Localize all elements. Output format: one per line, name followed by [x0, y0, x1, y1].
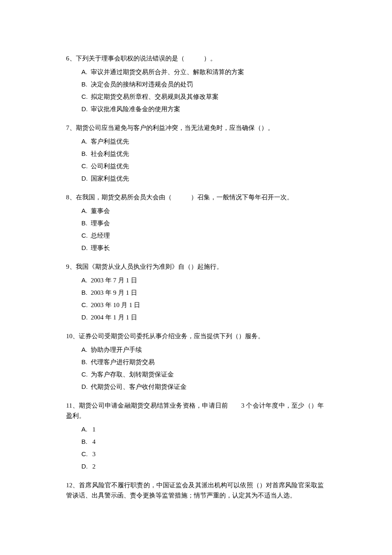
question-12: 12、首席风险官不履行职责的，中国证监会及其派出机构可以依照（）对首席风险官采取…	[66, 480, 324, 500]
question-6: 6、下列关于理事会职权的说法错误的是（ ）。A.审议并通过期货交易所合并、分立、…	[66, 53, 324, 114]
option-item: A.董事会	[81, 206, 324, 216]
option-letter: B.	[81, 218, 89, 228]
option-item: A.客户利益优先	[81, 136, 324, 147]
option-letter: B.	[81, 149, 89, 159]
option-letter: A.	[81, 345, 89, 355]
option-text: 1	[91, 426, 95, 433]
options-list: A.协助办理开户手续B.代理客户进行期货交易C.为客户存取、划转期货保证金D.代…	[66, 345, 324, 392]
option-text: 理事长	[91, 244, 110, 251]
question-stem: 12、首席风险官不履行职责的，中国证监会及其派出机构可以依照（）对首席风险官采取…	[66, 480, 324, 500]
option-item: A.协助办理开户手续	[81, 345, 324, 355]
option-letter: A.	[81, 67, 89, 77]
option-letter: A.	[81, 424, 89, 434]
option-letter: C.	[81, 161, 89, 171]
option-text: 国家利益优先	[91, 175, 129, 182]
option-letter: B.	[81, 79, 89, 89]
option-item: D. 2	[81, 461, 324, 472]
options-list: A. 1B. 4C. 3D. 2	[66, 424, 324, 472]
options-list: A.客户利益优先B.社会利益优先C.公司利益优先D.国家利益优先	[66, 136, 324, 184]
option-text: 决定会员的接纳和对违规会员的处罚	[91, 81, 193, 88]
option-letter: D.	[81, 243, 89, 253]
option-letter: D.	[81, 104, 89, 114]
option-text: 审议批准风险准备金的使用方案	[91, 106, 180, 112]
question-stem: 8、在我国，期货交易所会员大会由（ ）召集，一般情况下每年召开一次。	[66, 192, 324, 202]
option-item: D.2004 年 1 月 1 日	[81, 312, 324, 322]
option-text: 公司利益优先	[91, 163, 129, 170]
option-item: C.公司利益优先	[81, 161, 324, 171]
option-item: B.决定会员的接纳和对违规会员的处罚	[81, 79, 324, 89]
option-letter: C.	[81, 92, 89, 102]
option-item: D.审议批准风险准备金的使用方案	[81, 104, 324, 114]
option-text: 3	[91, 451, 95, 457]
option-letter: D.	[81, 312, 89, 322]
question-7: 7、期货公司应当避免与客户的利益冲突，当无法避免时，应当确保（）。A.客户利益优…	[66, 123, 324, 184]
option-item: C.拟定期货交易所章程、交易规则及其修改草案	[81, 92, 324, 102]
question-stem: 10、证券公司受期货公司委托从事介绍业务，应当提供下列（）服务。	[66, 331, 324, 341]
option-item: D.理事长	[81, 243, 324, 253]
option-text: 拟定期货交易所章程、交易规则及其修改草案	[91, 93, 219, 100]
option-letter: B.	[81, 357, 89, 367]
option-letter: C.	[81, 300, 89, 310]
options-list: A.审议并通过期货交易所合并、分立、解散和清算的方案B.决定会员的接纳和对违规会…	[66, 67, 324, 114]
option-letter: D.	[81, 382, 89, 392]
options-list: A.2003 年 7 月 1 日B.2003 年 9 月 1 日C.2003 年…	[66, 275, 324, 322]
option-text: 客户利益优先	[91, 138, 129, 145]
option-text: 总经理	[91, 232, 110, 239]
option-letter: B.	[81, 288, 89, 298]
option-letter: D.	[81, 461, 89, 472]
option-letter: C.	[81, 230, 89, 241]
option-text: 代期货公司、客户收付期货保证金	[91, 383, 187, 390]
option-item: A. 1	[81, 424, 324, 434]
option-text: 代理客户进行期货交易	[91, 359, 155, 365]
option-item: C.总经理	[81, 230, 324, 241]
option-text: 4	[91, 438, 95, 445]
option-text: 社会利益优先	[91, 150, 129, 157]
option-text: 理事会	[91, 220, 110, 227]
option-item: B.2003 年 9 月 1 日	[81, 288, 324, 298]
option-text: 2	[91, 463, 95, 470]
options-list: A.董事会B.理事会C.总经理D.理事长	[66, 206, 324, 253]
option-text: 2003 年 7 月 1 日	[91, 277, 137, 284]
option-text: 协助办理开户手续	[91, 346, 142, 353]
option-item: A.2003 年 7 月 1 日	[81, 275, 324, 285]
option-letter: D.	[81, 173, 89, 184]
option-letter: A.	[81, 136, 89, 147]
question-10: 10、证券公司受期货公司委托从事介绍业务，应当提供下列（）服务。A.协助办理开户…	[66, 331, 324, 392]
option-item: D.国家利益优先	[81, 173, 324, 184]
option-letter: C.	[81, 369, 89, 380]
option-letter: A.	[81, 275, 89, 285]
option-item: A.审议并通过期货交易所合并、分立、解散和清算的方案	[81, 67, 324, 77]
question-9: 9、我国《期货从业人员执业行为准则》自（）起施行。A.2003 年 7 月 1 …	[66, 262, 324, 322]
option-item: C.2003 年 10 月 1 日	[81, 300, 324, 310]
option-item: B.社会利益优先	[81, 149, 324, 159]
question-stem: 11、期货公司申请金融期货交易结算业务资格，申请日前 3 个会计年度中，至少（）…	[66, 400, 324, 421]
option-item: C. 3	[81, 449, 324, 459]
option-item: B. 4	[81, 437, 324, 447]
question-8: 8、在我国，期货交易所会员大会由（ ）召集，一般情况下每年召开一次。A.董事会B…	[66, 192, 324, 253]
option-text: 为客户存取、划转期货保证金	[91, 371, 174, 378]
option-item: C.为客户存取、划转期货保证金	[81, 369, 324, 380]
option-text: 2004 年 1 月 1 日	[91, 314, 137, 321]
option-item: D.代期货公司、客户收付期货保证金	[81, 382, 324, 392]
option-text: 董事会	[91, 207, 110, 214]
questions-container: 6、下列关于理事会职权的说法错误的是（ ）。A.审议并通过期货交易所合并、分立、…	[66, 53, 324, 500]
question-stem: 6、下列关于理事会职权的说法错误的是（ ）。	[66, 53, 324, 63]
question-11: 11、期货公司申请金融期货交易结算业务资格，申请日前 3 个会计年度中，至少（）…	[66, 400, 324, 472]
option-text: 审议并通过期货交易所合并、分立、解散和清算的方案	[91, 69, 244, 75]
option-letter: B.	[81, 437, 89, 447]
option-text: 2003 年 10 月 1 日	[91, 302, 140, 308]
option-text: 2003 年 9 月 1 日	[91, 289, 137, 296]
option-letter: A.	[81, 206, 89, 216]
option-letter: C.	[81, 449, 89, 459]
question-stem: 9、我国《期货从业人员执业行为准则》自（）起施行。	[66, 262, 324, 272]
document-page: 6、下列关于理事会职权的说法错误的是（ ）。A.审议并通过期货交易所合并、分立、…	[0, 0, 392, 555]
question-stem: 7、期货公司应当避免与客户的利益冲突，当无法避免时，应当确保（）。	[66, 123, 324, 133]
option-item: B.代理客户进行期货交易	[81, 357, 324, 367]
option-item: B.理事会	[81, 218, 324, 228]
